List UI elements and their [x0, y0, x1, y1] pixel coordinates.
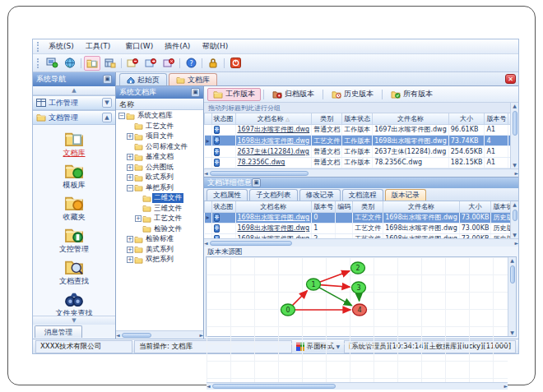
- sidebar-item-文档查找[interactable]: 文档查找: [36, 258, 112, 288]
- template-library-button[interactable]: [102, 56, 118, 71]
- sidebar-item-文件夹查找[interactable]: 文件夹查找: [36, 290, 112, 316]
- detail-tab-修改记录[interactable]: 修改记录: [299, 189, 341, 201]
- version-node-3[interactable]: 3: [352, 282, 366, 293]
- document-table-vscrollbar[interactable]: ▲▼: [510, 103, 518, 168]
- version-button-归档版本[interactable]: 归档版本: [267, 88, 320, 101]
- sidebar-collapse-top[interactable]: ▲: [33, 86, 115, 95]
- pin-icon[interactable]: ▣: [103, 75, 112, 84]
- pin-icon[interactable]: ▣: [252, 178, 261, 187]
- tree-node-双把系列[interactable]: +双把系列: [116, 255, 203, 265]
- table-row[interactable]: ▸✛1698出水嘴零件图.dwg工艺文件工作版本1698出水嘴零件图.dwg73…: [205, 136, 511, 146]
- tree-horizontal-scrollbar[interactable]: ◄►: [116, 330, 203, 339]
- column-header-大小[interactable]: 大小: [459, 201, 491, 212]
- detail-tab-子文档列表[interactable]: 子文档列表: [249, 189, 298, 201]
- help-button[interactable]: ?: [183, 56, 199, 71]
- tree-node-公共图纸[interactable]: +公共图纸: [116, 163, 203, 173]
- version-node-4[interactable]: 4: [353, 304, 367, 316]
- column-header-类别[interactable]: 类别: [312, 113, 342, 124]
- pin-icon[interactable]: ▣: [191, 88, 200, 97]
- tree-node-基准文档[interactable]: +基准文档: [116, 152, 203, 163]
- globe-button[interactable]: [62, 56, 78, 71]
- column-header-状态图[interactable]: 状态图: [211, 113, 235, 124]
- version-node-1[interactable]: 1: [307, 279, 321, 290]
- close-tab-button[interactable]: ✕: [505, 74, 516, 84]
- menu-item[interactable]: 系统(S): [43, 40, 80, 52]
- document-library-button[interactable]: [84, 56, 100, 71]
- tree-node-美式系列[interactable]: +美式系列: [116, 245, 203, 256]
- sidebar-group-文档管理[interactable]: 文档管理▲: [33, 110, 115, 125]
- menu-item[interactable]: 窗口(W): [119, 40, 159, 52]
- version-graph-canvas[interactable]: 01234: [207, 257, 508, 382]
- chevron-down-icon[interactable]: ▼: [102, 98, 112, 108]
- version-button-所有版本[interactable]: 所有版本: [385, 88, 439, 101]
- graph-vscrollbar[interactable]: ▲▼: [508, 257, 516, 336]
- column-header-编码[interactable]: 编码: [336, 201, 353, 212]
- tree-node-单把系列[interactable]: −单把系列: [116, 183, 203, 194]
- sidebar-collapse-bottom[interactable]: ▼: [33, 316, 115, 325]
- version-button-工作版本[interactable]: 工作版本: [207, 88, 261, 101]
- sidebar-item-模板库[interactable]: 模板库: [36, 162, 112, 191]
- tree-column-header[interactable]: 名称: [116, 99, 203, 110]
- tree-expander[interactable]: +: [127, 164, 133, 171]
- column-header-类别[interactable]: 类别: [353, 201, 383, 212]
- tree-node-检验标准[interactable]: +检验标准: [116, 234, 203, 245]
- lock-button[interactable]: [205, 56, 221, 71]
- undo-checkout-button[interactable]: [160, 56, 177, 71]
- version-node-0[interactable]: 0: [281, 304, 295, 316]
- tree-expander[interactable]: +: [127, 256, 133, 263]
- tree-expander[interactable]: −: [118, 113, 125, 119]
- tree-node-三维文件[interactable]: 三维文件: [116, 204, 203, 214]
- column-header-文件名称[interactable]: 文件名称: [373, 113, 449, 124]
- column-header-状态图[interactable]: 状态图: [211, 201, 235, 212]
- tree-node-检验文件[interactable]: 检验文件: [116, 224, 203, 235]
- tab-文档库[interactable]: 文档库: [169, 73, 217, 85]
- version-button-历史版本[interactable]: 历史版本: [326, 88, 379, 101]
- checkout-button[interactable]: [142, 56, 159, 71]
- version-table-vscrollbar[interactable]: ▲▼: [510, 201, 518, 238]
- tree-expander[interactable]: +: [127, 236, 133, 242]
- exit-button[interactable]: [227, 56, 244, 71]
- chevron-up-icon[interactable]: ▲: [102, 113, 112, 122]
- table-row[interactable]: ✛1698出水嘴零件图.dwg1工艺文件1698出水嘴零件图.dwg73.00K…: [205, 223, 511, 233]
- column-header-版本号[interactable]: 版本号: [312, 201, 336, 212]
- menu-item[interactable]: 工具(T): [80, 40, 117, 52]
- tree-node-工艺文件[interactable]: 工艺文件: [116, 122, 203, 132]
- menu-item[interactable]: 插件(A): [159, 40, 196, 52]
- desktop-sync-button[interactable]: [44, 56, 60, 71]
- detail-tab-版本记录[interactable]: 版本记录: [385, 189, 426, 201]
- tree-node-项目文件[interactable]: +项目文件: [116, 131, 203, 142]
- column-header-版本状态[interactable]: 版本状态: [342, 113, 373, 124]
- checkin-button[interactable]: [124, 56, 141, 71]
- message-manage-tab[interactable]: 消息管理: [35, 325, 82, 338]
- sidebar-group-工作管理[interactable]: 工作管理▼: [33, 95, 115, 110]
- tree-node-系统文档库[interactable]: −系统文档库: [116, 111, 203, 122]
- detail-tab-文档属性[interactable]: 文档属性: [207, 189, 248, 201]
- column-header-文档名称[interactable]: 文档名称: [235, 201, 312, 212]
- tree-expander[interactable]: −: [127, 185, 133, 191]
- sidebar-item-文档库[interactable]: 文档库: [36, 130, 112, 159]
- table-row[interactable]: ▸✛1698出水嘴零件图.dwg0工艺文件1698出水嘴零件图.dwg73.00…: [205, 212, 511, 223]
- tree-node-公司标准文件[interactable]: 公司标准文件: [116, 142, 203, 153]
- tree-expander[interactable]: +: [135, 215, 142, 222]
- tree-expander[interactable]: +: [127, 174, 133, 181]
- tree-expander[interactable]: +: [127, 133, 133, 140]
- tree-expander[interactable]: +: [127, 247, 133, 253]
- sidebar-item-收藏夹[interactable]: 收藏夹: [36, 194, 112, 224]
- table-row[interactable]: ✛78.2356C.dwg普通文档工作版本78.2356C.dwg182.15K…: [205, 157, 511, 168]
- version-table-hscrollbar[interactable]: ◄►: [204, 238, 518, 247]
- column-header-版本号[interactable]: 版本号: [485, 113, 508, 124]
- detail-tab-文档流程[interactable]: 文档流程: [342, 189, 383, 201]
- table-row[interactable]: ✛2637主体(12284).dwg普通文档工作版本2637主体(12284).…: [205, 146, 511, 157]
- column-header-文档名称[interactable]: 文档名称 △: [235, 113, 312, 124]
- menu-item[interactable]: 帮助(H): [196, 40, 234, 52]
- version-node-2[interactable]: 2: [351, 262, 365, 274]
- column-header-文件名称[interactable]: 文件名称: [383, 201, 460, 212]
- graph-hscrollbar[interactable]: ◄►: [207, 382, 508, 390]
- tree-node-欧式系列[interactable]: +欧式系列: [116, 173, 203, 183]
- tab-起始页[interactable]: 起始页: [119, 73, 167, 85]
- tree-node-工艺文件[interactable]: +工艺文件: [116, 214, 203, 224]
- tree-node-二维文件[interactable]: 二维文件: [116, 193, 203, 204]
- column-header-版本状态[interactable]: 版本状态: [491, 201, 510, 212]
- column-header-大小[interactable]: 大小: [448, 113, 485, 124]
- document-table-hscrollbar[interactable]: ◄►: [204, 168, 518, 177]
